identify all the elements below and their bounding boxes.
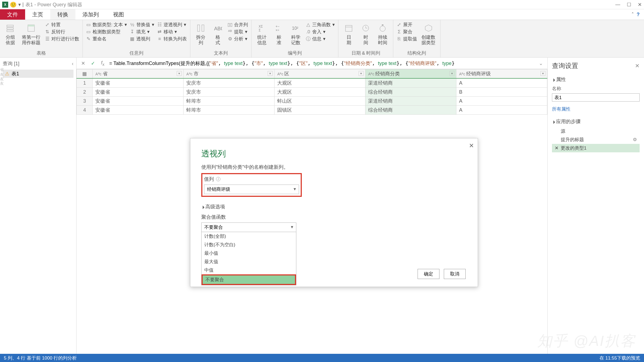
aggregate-button[interactable]: Σ聚合 (397, 29, 417, 35)
grid-cell[interactable]: 安徽省 (93, 97, 184, 106)
data-type-button[interactable]: ▭数据类型: 文本 ▾ (86, 22, 127, 28)
dropdown-option[interactable]: 计数(不为空白) (202, 241, 296, 249)
datatype-icon[interactable]: Aᴮc (459, 72, 465, 76)
create-datatype-button[interactable]: 创建数 据类型 (420, 22, 437, 50)
cancel-formula-icon[interactable]: ✕ (80, 60, 86, 66)
rename-button[interactable]: ✎重命名 (86, 36, 127, 42)
parse-button[interactable]: ⚙分析 ▾ (228, 36, 248, 42)
expand-button[interactable]: ⤢展开 (397, 22, 417, 28)
tab-file[interactable]: 文件 (0, 9, 25, 20)
grid-cell[interactable]: A (456, 106, 547, 115)
minimize-button[interactable]: — (615, 2, 620, 8)
grid-corner[interactable]: ▦ (77, 69, 93, 79)
grid-cell[interactable]: 蚌山区 (274, 97, 365, 106)
grid-cell[interactable]: 大观区 (274, 88, 365, 97)
maximize-button[interactable]: ☐ (627, 2, 631, 8)
grid-cell[interactable]: 蚌埠市 (184, 106, 274, 115)
datatype-icon[interactable]: Aᴮc (95, 72, 101, 76)
use-first-row-headers-button[interactable]: 将第一行 用作标题 (20, 22, 42, 50)
time-button[interactable]: 时 间 (359, 22, 373, 50)
grid-cell[interactable]: 安徽省 (93, 106, 184, 115)
delete-step-icon[interactable]: ✕ (555, 145, 559, 151)
row-header[interactable]: 4 (77, 106, 93, 115)
merge-columns-button[interactable]: ▯▯合并列 (228, 22, 248, 28)
row-header[interactable]: 2 (77, 88, 93, 97)
trig-button[interactable]: △三角函数 ▾ (306, 22, 335, 28)
cancel-button[interactable]: 取消 (444, 269, 466, 279)
collapse-panel-icon[interactable]: ‹ (72, 61, 73, 67)
tab-transform[interactable]: 转换 (50, 9, 75, 20)
reverse-rows-button[interactable]: ⇅反转行 (45, 29, 79, 35)
ribbon-collapse-icon[interactable]: ˄ (631, 11, 634, 17)
gear-icon[interactable]: ⚙ (633, 137, 637, 143)
datatype-icon[interactable]: Aᴮc (368, 72, 374, 76)
scientific-button[interactable]: 10² 科学 记数 (289, 22, 303, 50)
extract-values-button[interactable]: ⎘提取值 (397, 36, 417, 42)
grid-cell[interactable]: 渠道经销商 (365, 97, 456, 106)
column-header[interactable]: Aᴮc经销商评级▾ (456, 69, 547, 79)
dropdown-option[interactable]: 计数(全部) (202, 232, 296, 241)
duration-button[interactable]: 持续 时间 (376, 22, 390, 50)
grid-cell[interactable]: 蚌埠市 (184, 97, 274, 106)
split-column-button[interactable]: 拆分 列 (194, 22, 208, 50)
applied-step[interactable]: ✕源 (552, 127, 640, 135)
close-panel-icon[interactable]: ✕ (635, 63, 640, 69)
datatype-icon[interactable]: Aᴮc (186, 72, 192, 76)
fx-icon[interactable]: fx (99, 60, 106, 67)
info-icon[interactable]: i (216, 177, 220, 181)
grid-cell[interactable]: 安庆市 (184, 78, 274, 88)
grid-cell[interactable]: 安徽省 (93, 88, 184, 97)
transpose-button[interactable]: ⤢转置 (45, 22, 79, 28)
expand-formula-icon[interactable]: ⌄ (537, 60, 544, 66)
row-header[interactable]: 3 (77, 97, 93, 106)
extract-button[interactable]: ᴬᴮ提取 ▾ (228, 29, 248, 35)
all-properties-link[interactable]: 所有属性 (552, 106, 571, 112)
count-rows-button[interactable]: ☰对行进行计数 (45, 36, 79, 42)
grid-cell[interactable]: 综合经销商 (365, 88, 456, 97)
datatype-icon[interactable]: Aᴮc (277, 72, 283, 76)
grid-cell[interactable]: 渠道经销商 (365, 78, 456, 88)
detect-data-type-button[interactable]: ▭检测数据类型 (86, 29, 127, 35)
value-column-select[interactable]: 经销商评级 (204, 185, 299, 194)
fill-button[interactable]: ↧填充 ▾ (130, 29, 154, 35)
tab-addcolumn[interactable]: 添加列 (75, 9, 106, 20)
formula-text[interactable]: = Table.TransformColumnTypes(提升的标题,{{"省"… (109, 60, 534, 67)
grid-cell[interactable]: 综合经销商 (365, 106, 456, 115)
column-header[interactable]: Aᴮc市▾ (184, 69, 274, 79)
filter-dropdown-icon[interactable]: ▾ (268, 71, 273, 76)
grid-cell[interactable]: 大观区 (274, 78, 365, 88)
move-button[interactable]: ⇄移动 ▾ (157, 29, 187, 35)
applied-step[interactable]: ✕更改的类型1 (552, 144, 640, 152)
groupby-button[interactable]: 分组 依据 (3, 22, 17, 50)
to-list-button[interactable]: ≡转换为列表 (157, 36, 187, 42)
query-name-input[interactable] (552, 93, 640, 102)
grid-cell[interactable]: B (456, 88, 547, 97)
grid-cell[interactable]: A (456, 78, 547, 88)
help-icon[interactable]: ? (637, 12, 640, 17)
ok-button[interactable]: 确定 (418, 269, 439, 279)
info-button[interactable]: ⓘ信息 ▾ (306, 36, 335, 42)
grid-cell[interactable]: 安庆市 (184, 88, 274, 97)
filter-dropdown-icon[interactable]: ▾ (540, 71, 545, 76)
unpivot-button[interactable]: ☷逆透视列 ▾ (157, 22, 187, 28)
replace-values-button[interactable]: ½替换值 ▾ (130, 22, 154, 28)
close-button[interactable]: ✕ (638, 2, 642, 8)
column-header[interactable]: Aᴮc区▾ (274, 69, 365, 79)
standard-button[interactable]: +−×÷ 标 准 (272, 22, 286, 50)
tab-view[interactable]: 视图 (106, 9, 131, 20)
filter-dropdown-icon[interactable]: ▾ (359, 71, 364, 76)
grid-cell[interactable]: 安徽省 (93, 78, 184, 88)
rounding-button[interactable]: .0舍入 ▾ (306, 29, 335, 35)
column-header[interactable]: Aᴮc经销商分类▾ (365, 69, 456, 79)
advanced-options-toggle[interactable]: 高级选项 (201, 203, 467, 210)
filter-dropdown-icon[interactable]: ▾ (450, 71, 454, 76)
date-button[interactable]: 日 期 (342, 22, 356, 50)
filter-dropdown-icon[interactable]: ▾ (177, 71, 182, 76)
tab-home[interactable]: 主页 (25, 9, 50, 20)
aggregate-function-select[interactable]: 不要聚合 (201, 222, 296, 232)
dialog-close-icon[interactable]: ✕ (469, 142, 474, 149)
row-header[interactable]: 1 (77, 78, 93, 88)
dropdown-option[interactable]: 最大值 (202, 257, 296, 266)
accept-formula-icon[interactable]: ✓ (90, 60, 96, 66)
grid-cell[interactable]: 固镇区 (274, 106, 365, 115)
